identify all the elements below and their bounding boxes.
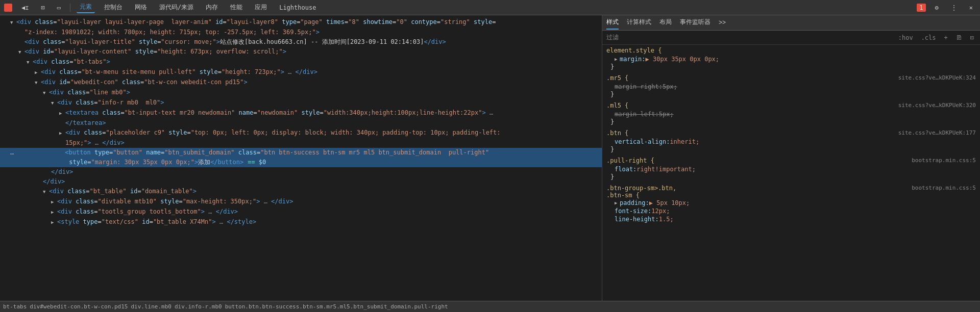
dom-line[interactable]: <div id="layui-layer-content" style="hei…: [0, 47, 602, 57]
more-button[interactable]: ⋮: [948, 3, 960, 12]
tab-more[interactable]: >>: [719, 17, 726, 29]
style-selector[interactable]: .btn {: [606, 129, 628, 137]
style-prop-name[interactable]: margin-right:: [615, 83, 663, 90]
style-source[interactable]: bootstrap.min.css:5: [912, 157, 976, 165]
expand-arrow[interactable]: [51, 218, 57, 227]
tab-application[interactable]: 应用: [252, 2, 270, 13]
style-source[interactable]: site.css?ve…kDKPUeK:320: [898, 102, 976, 110]
style-source[interactable]: site.css?ve…kDKPUeK:324: [898, 74, 976, 83]
dom-line[interactable]: </textarea>: [0, 118, 602, 128]
dom-line[interactable]: <div class="layui-layer-title" style="cu…: [0, 37, 602, 47]
tab-sources[interactable]: 源代码/来源: [156, 2, 197, 13]
style-prop-value[interactable]: inherit;: [670, 138, 699, 145]
dom-line-selected[interactable]: … <button type="button" name="btn_submit…: [0, 148, 602, 158]
styles-filter-bar: 过滤 :hov .cls + 🖹 ⊡: [602, 31, 980, 45]
dom-line[interactable]: <textarea class="bt-input-text mr20 newd…: [0, 108, 602, 118]
dom-line[interactable]: <div class="placeholder c9" style="top: …: [0, 128, 602, 138]
dom-panel[interactable]: <div class="layui-layer layui-layer-page…: [0, 15, 602, 301]
style-prop-name[interactable]: font-size:: [615, 207, 651, 215]
dom-line[interactable]: <style type="text/css" id="bt_table X74M…: [0, 217, 602, 227]
dom-line[interactable]: "z-index: 19891022; width: 780px; height…: [0, 28, 602, 37]
breadcrumb-item-2[interactable]: div.line.mb0: [130, 303, 172, 310]
breadcrumb-item-3[interactable]: div.info-r.mb0: [174, 303, 223, 310]
expand-arrow[interactable]: [59, 109, 65, 118]
filter-hov-button[interactable]: :hov: [896, 33, 915, 42]
prop-expand-triangle[interactable]: [615, 57, 620, 62]
tab-console[interactable]: 控制台: [101, 2, 126, 13]
device-button[interactable]: ▭: [54, 3, 64, 12]
expand-arrow[interactable]: [51, 197, 57, 206]
expand-arrow[interactable]: [43, 88, 49, 97]
expand-arrow[interactable]: [10, 18, 16, 27]
style-source[interactable]: site.css?ve…kDKPUeK:177: [898, 129, 976, 138]
filter-add-button[interactable]: +: [942, 33, 950, 42]
style-source[interactable]: bootstrap.min.css:5: [912, 185, 976, 199]
style-selector[interactable]: .btn-group-sm>.btn,: [606, 185, 676, 192]
tab-layout[interactable]: 布局: [659, 16, 672, 30]
style-rule-btn: .btn { site.css?ve…kDKPUeK:177 vertical-…: [606, 129, 976, 153]
styles-content: element.style { margin: ▶ 30px 35px 0px …: [602, 45, 980, 301]
style-prop-value[interactable]: 12px;: [651, 207, 670, 215]
dom-line[interactable]: </div>: [0, 167, 602, 177]
dom-line[interactable]: <div class="bt-w-menu site-menu pull-lef…: [0, 67, 602, 77]
dom-line[interactable]: <div class="tootls_group tootls_bottom">…: [0, 207, 602, 217]
expand-arrow[interactable]: [35, 78, 41, 87]
tab-styles[interactable]: 样式: [606, 16, 619, 30]
breadcrumb-item-4[interactable]: button.btn.btn-success.btn-sm.mr5.ml5.bt…: [224, 303, 449, 310]
dom-line[interactable]: <div class="info-r mb0 ml0">: [0, 98, 602, 108]
style-rule-mr5: .mr5 { site.css?ve…kDKPUeK:324 margin-ri…: [606, 74, 976, 98]
expand-arrow[interactable]: [51, 207, 57, 217]
dom-line[interactable]: <div class="line mb0">: [0, 88, 602, 98]
filter-cls-button[interactable]: .cls: [919, 33, 938, 42]
style-selector[interactable]: .mr5 {: [606, 74, 628, 82]
style-prop-value[interactable]: 1.5;: [659, 216, 674, 223]
tab-performance[interactable]: 性能: [227, 2, 246, 13]
tab-event-listeners[interactable]: 事件监听器: [680, 16, 710, 30]
dom-line-selected-cont[interactable]: style="margin: 30px 35px 0px 0px;">添加</b…: [0, 158, 602, 167]
dom-line[interactable]: 15px;"> … </div>: [0, 138, 602, 148]
dom-line[interactable]: <div class="bt-tabs">: [0, 57, 602, 67]
style-prop-name[interactable]: margin:: [620, 56, 646, 63]
back-button[interactable]: ◀ɪ: [18, 3, 32, 12]
tab-network[interactable]: 网络: [132, 2, 150, 13]
style-prop-name[interactable]: vertical-align:: [615, 138, 670, 145]
style-prop-name[interactable]: padding:: [620, 199, 649, 206]
style-selector[interactable]: element.style {: [606, 47, 662, 54]
close-button[interactable]: ✕: [966, 3, 976, 12]
inspect-button[interactable]: ⊡: [38, 3, 47, 12]
style-prop-name[interactable]: line-height:: [615, 216, 659, 223]
tab-elements[interactable]: 元素: [77, 2, 95, 13]
prop-expand-triangle[interactable]: [615, 200, 620, 205]
style-selector[interactable]: .pull-right {: [606, 157, 654, 164]
devtools-container: ◀ɪ ⊡ ▭ 元素 控制台 网络 源代码/来源 内存 性能 应用 Lightho…: [0, 0, 980, 312]
settings-button[interactable]: ⚙: [932, 3, 942, 12]
filter-inspect-button[interactable]: ⊡: [968, 33, 976, 42]
expand-arrow[interactable]: [51, 98, 57, 108]
expand-arrow[interactable]: [27, 58, 33, 67]
style-selector-2[interactable]: .btn-sm {: [606, 192, 640, 199]
tab-computed[interactable]: 计算样式: [627, 16, 651, 30]
expand-arrow[interactable]: [43, 187, 49, 196]
style-prop-name[interactable]: float:: [615, 166, 636, 173]
expand-arrow[interactable]: [35, 68, 41, 77]
dom-line[interactable]: </div>: [0, 177, 602, 187]
style-prop-value[interactable]: ▶ 5px 10px;: [649, 199, 690, 206]
style-prop-value[interactable]: ▶ 30px 35px 0px 0px;: [646, 56, 720, 63]
tab-memory[interactable]: 内存: [203, 2, 221, 13]
style-prop-name[interactable]: margin-left:: [615, 111, 659, 118]
expand-arrow[interactable]: [59, 128, 65, 138]
dom-line[interactable]: <div class="bt_table" id="domain_table">: [0, 187, 602, 197]
dom-line[interactable]: <div id="webedit-con" class="bt-w-con we…: [0, 77, 602, 88]
top-toolbar: ◀ɪ ⊡ ▭ 元素 控制台 网络 源代码/来源 内存 性能 应用 Lightho…: [0, 0, 980, 15]
breadcrumb-item-1[interactable]: div#webedit-con.bt-w-con.pd15: [29, 303, 129, 310]
tab-lighthouse[interactable]: Lighthouse: [276, 3, 319, 12]
dom-line[interactable]: <div class="divtable mtb10" style="max-h…: [0, 197, 602, 207]
style-prop-value[interactable]: 5px;: [663, 83, 677, 90]
expand-arrow[interactable]: [18, 47, 24, 57]
style-prop-value[interactable]: right!important;: [636, 166, 696, 173]
breadcrumb-item-0[interactable]: bt-tabs: [2, 303, 28, 310]
dom-line[interactable]: <div class="layui-layer layui-layer-page…: [0, 17, 602, 28]
style-selector[interactable]: .ml5 {: [606, 102, 628, 109]
style-prop-value[interactable]: 5px;: [659, 111, 674, 118]
filter-doc-button[interactable]: 🖹: [954, 33, 964, 42]
